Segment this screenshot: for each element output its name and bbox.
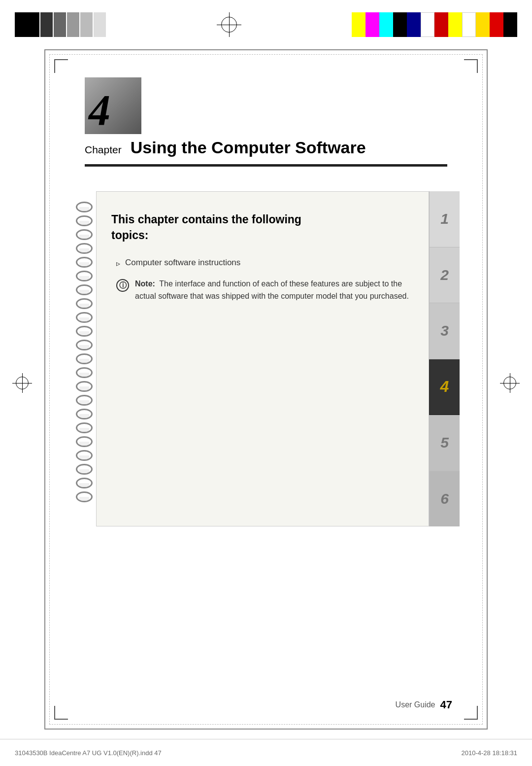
swatch-black-2 (503, 12, 517, 37)
chapter-number: 4 (89, 89, 110, 132)
footer-page-number: 47 (440, 698, 452, 711)
chapter-divider (85, 164, 447, 167)
black-swatch (15, 12, 39, 37)
chapter-tab-5: 5 (429, 415, 460, 471)
note-block: ⓘ Note: The interface and function of ea… (111, 278, 414, 303)
swatch-black-1 (393, 12, 407, 37)
notebook-section: This chapter contains the following topi… (72, 191, 460, 526)
swatch-red-2 (490, 12, 503, 37)
bullet-text-1: Computer software instructions (125, 258, 240, 268)
chapter-tabs: 1 2 3 4 5 6 (429, 191, 460, 526)
bottom-bar-left: 31043530B IdeaCentre A7 UG V1.0(EN)(R).i… (15, 749, 162, 757)
gray-swatch-1 (40, 12, 53, 37)
gray-swatch-3 (67, 12, 79, 37)
right-side-crosshair (500, 373, 520, 393)
note-text-block: Note: The interface and function of each… (135, 278, 414, 303)
page-wrapper: 4 Chapter Using the Computer Software (0, 0, 532, 766)
bottom-bar-right: 2010-4-28 18:18:31 (462, 749, 517, 757)
note-label: Note: (135, 279, 155, 288)
color-swatches (352, 12, 517, 37)
spiral-binding (72, 191, 96, 526)
chapter-tab-4-active: 4 (429, 359, 460, 416)
swatch-yellow-3 (476, 12, 490, 37)
chapter-number-box: 4 (85, 77, 141, 134)
swatch-white-2 (462, 12, 476, 37)
bullet-arrow-icon: ▹ (116, 259, 120, 268)
page-footer: User Guide 47 (396, 698, 452, 711)
swatch-red (434, 12, 448, 37)
corner-mark-br (464, 706, 478, 720)
chapter-title-row: Chapter Using the Computer Software (85, 138, 447, 157)
note-icon: ⓘ (116, 279, 129, 292)
corner-mark-bl (54, 706, 68, 720)
swatch-cyan (379, 12, 393, 37)
note-body: The interface and function of each of th… (135, 279, 409, 300)
chapter-tab-1: 1 (429, 191, 460, 247)
gray-swatch-4 (80, 12, 93, 37)
chapter-title: Using the Computer Software (131, 138, 366, 157)
swatch-yellow-2 (448, 12, 462, 37)
gray-swatch-2 (54, 12, 66, 37)
bullet-item-1: ▹ Computer software instructions (111, 258, 414, 268)
left-side-crosshair (12, 373, 32, 393)
gray-swatch-5 (94, 12, 106, 37)
top-printer-bar (0, 7, 532, 42)
left-reg-marks (15, 12, 106, 37)
swatch-magenta (366, 12, 379, 37)
notebook-heading: This chapter contains the following topi… (111, 211, 414, 243)
chapter-tab-6: 6 (429, 471, 460, 527)
swatch-white (421, 12, 434, 37)
swatch-blue (407, 12, 421, 37)
main-page: 4 Chapter Using the Computer Software (44, 49, 488, 730)
chapter-tab-2: 2 (429, 247, 460, 304)
top-crosshair-center (217, 12, 241, 37)
footer-text: User Guide (396, 700, 435, 709)
chapter-header: 4 Chapter Using the Computer Software (45, 50, 487, 167)
bottom-bar: 31043530B IdeaCentre A7 UG V1.0(EN)(R).i… (0, 739, 532, 766)
chapter-tab-3: 3 (429, 303, 460, 359)
notebook-body: This chapter contains the following topi… (96, 191, 429, 526)
chapter-label: Chapter (85, 144, 122, 156)
swatch-yellow-1 (352, 12, 366, 37)
